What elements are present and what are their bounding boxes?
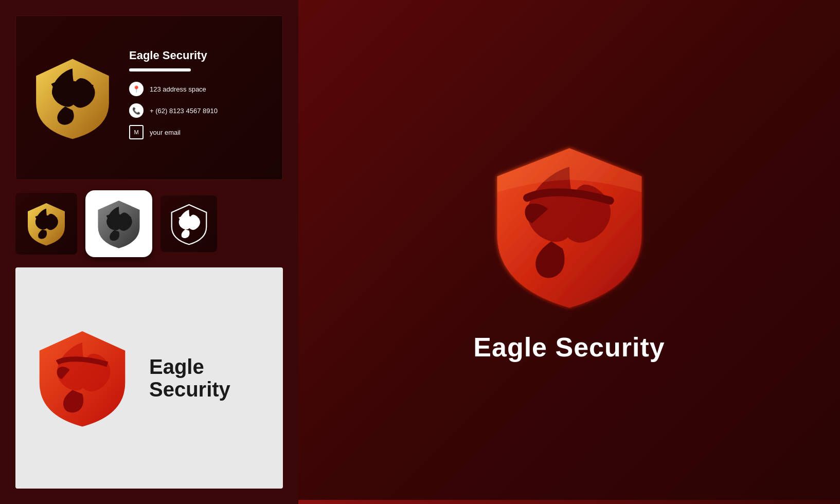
- main-company-name: Eagle Security: [473, 332, 665, 363]
- bc-phone-row: 📞 + (62) 8123 4567 8910: [129, 103, 267, 118]
- bc-email-row: M your email: [129, 125, 267, 139]
- bc-address: 123 address space: [150, 85, 206, 93]
- bc-address-row: 📍 123 address space: [129, 82, 267, 96]
- white-bg-section: Eagle Security: [15, 267, 283, 489]
- bc-company-name: Eagle Security: [129, 49, 267, 62]
- bc-divider: [129, 68, 191, 71]
- logo-main-red: [482, 141, 657, 316]
- logo-gold: [31, 54, 114, 141]
- right-panel: Eagle Security: [298, 0, 840, 504]
- bottom-bar: [298, 500, 840, 504]
- phone-icon: 📞: [129, 103, 144, 118]
- icon-variants-row: [15, 190, 283, 257]
- business-card-info: Eagle Security 📍 123 address space 📞 + (…: [129, 49, 267, 147]
- left-panel: Eagle Security 📍 123 address space 📞 + (…: [0, 0, 298, 504]
- variant-white-gray: [85, 190, 152, 257]
- logo-red-white-bg: [31, 327, 134, 429]
- mail-icon: M: [129, 125, 144, 139]
- location-icon: 📍: [129, 82, 144, 96]
- company-name-white-bg: Eagle Security: [149, 355, 267, 401]
- variant-dark-gold: [15, 193, 77, 255]
- variant-dark-white: [160, 195, 217, 252]
- bc-email: your email: [150, 129, 181, 136]
- business-card: Eagle Security 📍 123 address space 📞 + (…: [15, 15, 283, 180]
- bc-phone: + (62) 8123 4567 8910: [150, 107, 218, 115]
